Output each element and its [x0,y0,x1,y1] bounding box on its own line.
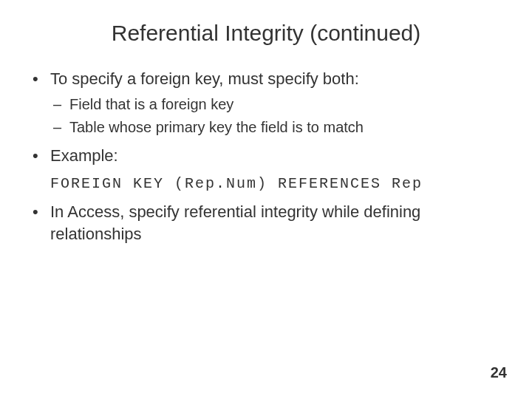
sub-bullet-list: Field that is a foreign key Table whose … [50,95,502,137]
list-item: Field that is a foreign key [50,95,502,115]
slide-body: To specify a foreign key, must specify b… [0,53,532,245]
slide: Referential Integrity (continued) To spe… [0,0,532,399]
page-title: Referential Integrity (continued) [0,0,532,53]
list-item: In Access, specify referential integrity… [30,201,502,245]
sub-bullet-text: Table whose primary key the field is to … [69,119,364,135]
list-item: Example: [30,145,502,167]
list-item: Table whose primary key the field is to … [50,117,502,137]
bullet-text: In Access, specify referential integrity… [50,202,420,243]
code-example: FOREIGN KEY (Rep.Num) REFERENCES Rep [30,174,502,194]
bullet-text: Example: [50,146,118,165]
list-item: To specify a foreign key, must specify b… [30,68,502,137]
sub-bullet-text: Field that is a foreign key [69,96,233,112]
bullet-list: To specify a foreign key, must specify b… [30,68,502,245]
page-number: 24 [491,364,507,381]
bullet-text: To specify a foreign key, must specify b… [50,69,359,88]
